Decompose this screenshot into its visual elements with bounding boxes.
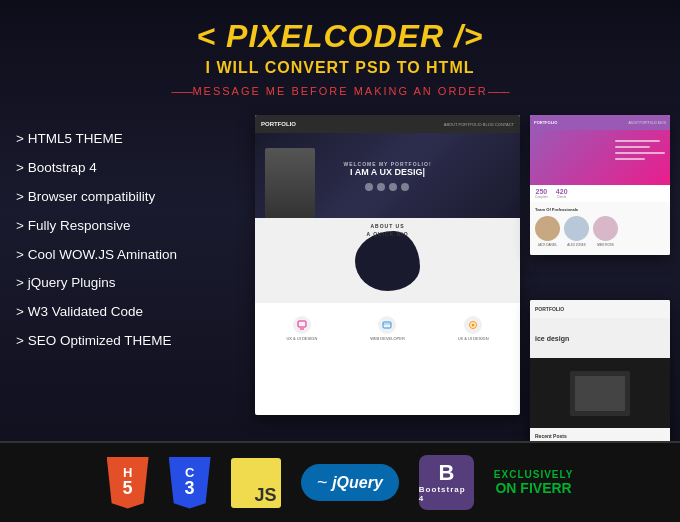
list-item: > Browser compatibility <box>12 188 177 207</box>
list-item: > Fully Responsive <box>12 217 177 236</box>
main-screenshot: PORTFOLIO ABOUT PORTFOLIO BLOG CONTACT W… <box>255 115 520 415</box>
js-badge: JS <box>231 458 281 508</box>
rscreen-line <box>615 152 665 154</box>
service-icon-3 <box>464 316 482 334</box>
bottom-screen-hero <box>530 358 670 428</box>
team-member: JACK DANIEL <box>535 216 560 247</box>
exclusively-text: EXCLUSIVELY <box>494 469 574 480</box>
team-name: JACK DANIEL <box>538 243 557 247</box>
nav-links: ABOUT PORTFOLIO BLOG CONTACT <box>444 122 514 127</box>
jquery-badge: ~ jQuery <box>301 464 399 501</box>
stat-number: 420 <box>556 188 568 195</box>
rbs-logo: PORTFOLIO <box>535 306 564 312</box>
main-title: < PIXELCODER /> <box>0 18 680 55</box>
list-item: > Bootstrap 4 <box>12 159 177 178</box>
ui-icon <box>468 320 478 330</box>
team-avatar <box>564 216 589 241</box>
team-avatar <box>535 216 560 241</box>
message-line: MESSAGE ME BEFORE MAKING AN ORDER <box>171 85 509 97</box>
js-icon: JS <box>231 458 281 508</box>
list-item: > HTML5 THEME <box>12 130 177 149</box>
right-top-screenshot: PORTFOLIO ABOUT PORTFOLIO BLOG 250 Compl… <box>530 115 670 255</box>
hero-dot <box>389 183 397 191</box>
rbs-title: ice design <box>535 335 569 342</box>
svg-rect-0 <box>298 321 306 327</box>
on-fiverr-text: ON FIVERR <box>495 480 571 496</box>
js-text: JS <box>255 486 277 504</box>
service-item: UX & UI DESIGN <box>286 316 317 341</box>
hero-text: WELCOME MY PORTFOLIO! I AM A UX DESIG| <box>343 161 431 191</box>
subtitle: I WILL CONVERT PSD TO HTML <box>0 59 680 77</box>
features-list: > HTML5 THEME > Bootstrap 4 > Browser co… <box>12 130 177 361</box>
blob-shape <box>355 231 420 291</box>
bootstrap-version: Bootstrap 4 <box>419 485 474 503</box>
services-section: UX & UI DESIGN WEB DEVELOPER UX & UI DES… <box>255 303 520 353</box>
jquery-text: jQuery <box>332 474 383 492</box>
rscreen-stats: 250 Complete 420 Clients <box>530 185 670 202</box>
hero-dot <box>365 183 373 191</box>
html5-badge: H <box>107 457 149 509</box>
team-member: ALEX JONES <box>564 216 589 247</box>
hero-subtitle: I AM A UX DESIG| <box>343 167 431 177</box>
html5-icon: H <box>107 457 149 509</box>
team-name: ALEX JONES <box>567 243 586 247</box>
screen-hero: WELCOME MY PORTFOLIO! I AM A UX DESIG| <box>255 133 520 218</box>
team-avatar <box>593 216 618 241</box>
screenshots-area: PORTFOLIO ABOUT PORTFOLIO BLOG CONTACT W… <box>255 115 670 445</box>
css3-badge: C <box>169 457 211 509</box>
service-icon-1 <box>293 316 311 334</box>
team-members: JACK DANIEL ALEX JONES MIKE ROSS <box>535 216 665 247</box>
service-icon-2 <box>378 316 396 334</box>
ux-icon <box>297 320 307 330</box>
screen-nav: PORTFOLIO ABOUT PORTFOLIO BLOG CONTACT <box>255 115 520 133</box>
hero-welcome: WELCOME MY PORTFOLIO! <box>343 161 431 167</box>
page-background: < PIXELCODER /> I WILL CONVERT PSD TO HT… <box>0 0 680 522</box>
bootstrap-badge: B Bootstrap 4 <box>419 455 474 510</box>
jquery-icon: ~ jQuery <box>301 464 399 501</box>
svg-rect-2 <box>383 322 391 328</box>
about-title: ABOUT US A QUICK BIO <box>366 223 408 237</box>
css3-icon: C <box>169 457 211 509</box>
rscreen-line <box>615 146 650 148</box>
rscreen-nav: ABOUT PORTFOLIO BLOG <box>628 121 666 125</box>
html5-h-letter: H <box>123 465 132 480</box>
stat-label: Clients <box>557 195 566 199</box>
hero-dot <box>401 183 409 191</box>
stat-item: 420 Clients <box>556 188 568 199</box>
stat-item: 250 Complete <box>535 188 548 199</box>
right-bottom-screenshot: PORTFOLIO ice design Recent Posts Web De… <box>530 300 670 445</box>
rscreen-logo: PORTFOLIO <box>534 120 557 125</box>
team-name: MIKE ROSS <box>597 243 614 247</box>
hero-dot <box>377 183 385 191</box>
team-member: MIKE ROSS <box>593 216 618 247</box>
jquery-wave: ~ <box>317 472 328 493</box>
bsc-section-title: Recent Posts <box>535 433 665 439</box>
list-item: > Cool WOW.JS Amination <box>12 246 177 265</box>
svg-point-5 <box>472 323 475 326</box>
team-title: Team Of Professionals <box>535 207 665 212</box>
service-label-3: UX & UI DESIGN <box>458 336 489 341</box>
bootstrap-b-letter: B <box>438 462 454 484</box>
header-section: < PIXELCODER /> I WILL CONVERT PSD TO HT… <box>0 0 680 99</box>
stat-label: Complete <box>535 195 548 199</box>
rbs-section: ice design <box>530 318 670 358</box>
fiverr-label: EXCLUSIVELY ON FIVERR <box>494 469 574 496</box>
service-item: WEB DEVELOPER <box>370 316 405 341</box>
hero-person <box>265 148 315 218</box>
monitor-screen <box>575 376 625 411</box>
rscreen-line <box>615 140 660 142</box>
stat-number: 250 <box>536 188 548 195</box>
rscreen-team: Team Of Professionals JACK DANIEL ALEX J… <box>530 202 670 255</box>
rbs-nav: PORTFOLIO <box>530 300 670 318</box>
list-item: > SEO Optimized THEME <box>12 332 177 351</box>
bootstrap-icon: B Bootstrap 4 <box>419 455 474 510</box>
rscreen-hero <box>530 130 670 185</box>
rscreen-lines <box>615 140 665 160</box>
list-item: > W3 Validated Code <box>12 303 177 322</box>
rscreen-line <box>615 158 645 160</box>
web-icon <box>382 320 392 330</box>
rscreen-header: PORTFOLIO ABOUT PORTFOLIO BLOG <box>530 115 670 130</box>
nav-logo: PORTFOLIO <box>261 121 296 127</box>
service-label-2: WEB DEVELOPER <box>370 336 405 341</box>
about-section: ABOUT US A QUICK BIO <box>255 218 520 303</box>
